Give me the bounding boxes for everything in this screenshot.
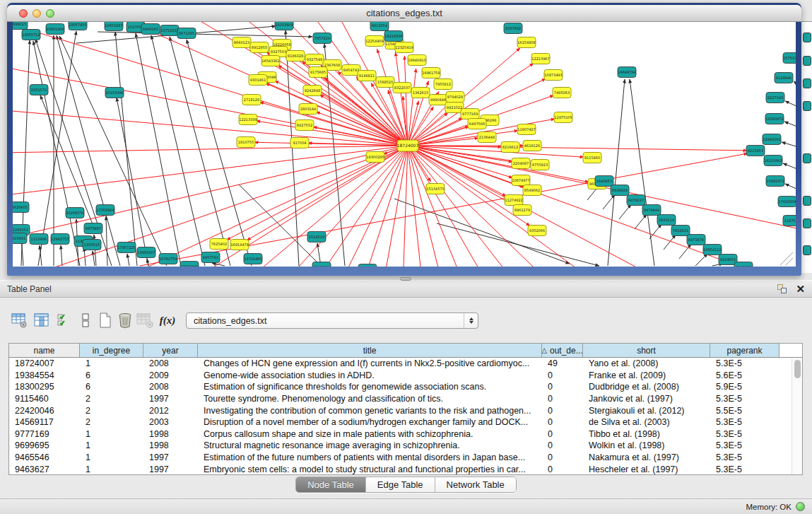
table-cell[interactable]: 5.6E-5 xyxy=(710,370,779,382)
table-cell[interactable]: 2008 xyxy=(143,358,198,370)
table-row[interactable]: 1456911722003Disruption of a novel membe… xyxy=(9,416,802,428)
citation-edge[interactable] xyxy=(38,31,76,266)
show-columns-icon[interactable] xyxy=(33,311,51,329)
table-cell[interactable]: 2 xyxy=(80,393,143,405)
table-cell[interactable]: 0 xyxy=(542,452,583,464)
column-header-out_de[interactable]: △out_de... xyxy=(542,344,583,357)
table-cell[interactable]: Disruption of a novel member of a sodium… xyxy=(198,416,542,428)
table-cell[interactable]: Hescheler et al. (1997) xyxy=(583,463,710,475)
network-canvas[interactable]: 8660123891295518226058932750316543362818… xyxy=(13,22,796,267)
citation-edge[interactable] xyxy=(649,224,661,239)
table-cell[interactable]: 1998 xyxy=(143,428,198,440)
column-header-title[interactable]: title xyxy=(198,344,542,357)
table-cell[interactable]: 5.5E-5 xyxy=(710,404,779,416)
column-header-pagerank[interactable]: pagerank xyxy=(710,344,779,357)
row-height-icon[interactable] xyxy=(76,311,95,329)
table-cell[interactable]: Stergiakouli et al. (2012) xyxy=(583,404,710,416)
citation-edge[interactable] xyxy=(785,101,796,109)
citation-edge[interactable] xyxy=(98,32,312,37)
panel-divider-handle[interactable] xyxy=(400,277,411,281)
select-columns-icon[interactable] xyxy=(55,311,73,329)
table-cell[interactable]: 1997 xyxy=(143,452,198,464)
table-row[interactable]: 1938455462009Genome-wide association stu… xyxy=(9,370,802,382)
table-row[interactable]: 1830029562008Estimation of significance … xyxy=(9,381,802,393)
table-row[interactable]: 911546021997Tourette syndrome. Phenomeno… xyxy=(9,393,802,405)
table-cell[interactable]: Wolkin et al. (1998) xyxy=(583,440,710,452)
table-row[interactable]: 946554611997Estimation of the future num… xyxy=(9,452,802,464)
create-column-icon[interactable] xyxy=(96,311,114,329)
close-window-button[interactable] xyxy=(19,9,28,18)
citation-edge[interactable] xyxy=(784,122,796,129)
table-cell[interactable]: 2009 xyxy=(143,370,198,382)
tab-network-table[interactable]: Network Table xyxy=(435,477,516,492)
table-cell[interactable]: Corpus callosum shape and size in male p… xyxy=(198,428,542,440)
table-row[interactable]: 977716911998Corpus callosum shape and si… xyxy=(9,428,802,440)
table-cell[interactable]: 9699695 xyxy=(9,440,80,452)
network-view-window[interactable]: citations_edges.txt 86601238912955182260… xyxy=(7,3,801,276)
tab-node-table[interactable]: Node Table xyxy=(296,477,366,492)
column-header-year[interactable]: year xyxy=(143,344,198,357)
zoom-window-button[interactable] xyxy=(46,9,54,18)
table-cell[interactable]: 0 xyxy=(542,381,583,393)
citation-edge[interactable] xyxy=(93,251,95,266)
citation-edge[interactable] xyxy=(619,204,631,219)
column-header-in_degree[interactable]: in_degree xyxy=(80,344,143,357)
memory-status-indicator[interactable] xyxy=(796,502,805,511)
function-builder-icon[interactable]: f(x) xyxy=(158,311,177,329)
citation-edge[interactable] xyxy=(106,216,107,266)
table-cell[interactable]: Tourette syndrome. Phenomenology and cla… xyxy=(198,393,542,405)
scrollbar-thumb[interactable] xyxy=(794,360,801,378)
table-cell[interactable]: 1997 xyxy=(143,463,198,475)
column-header-short[interactable]: short xyxy=(583,344,710,357)
table-cell[interactable]: Embryonic stem cells: a model to study s… xyxy=(198,463,542,475)
table-cell[interactable]: 5.3E-5 xyxy=(710,463,779,475)
table-cell[interactable]: 0 xyxy=(542,416,583,428)
citation-edge-red[interactable] xyxy=(13,22,408,146)
network-table-combobox[interactable]: citations_edges.txt xyxy=(186,313,478,329)
table-cell[interactable]: 1 xyxy=(80,440,143,452)
table-cell[interactable]: Yano et al. (2008) xyxy=(583,358,710,370)
table-cell[interactable]: 0 xyxy=(542,370,583,382)
table-cell[interactable]: de Silva et al. (2003) xyxy=(583,416,710,428)
table-cell[interactable]: 5.3E-5 xyxy=(710,393,779,405)
table-cell[interactable]: 2 xyxy=(80,404,143,416)
table-cell[interactable]: Structural magnetic resonance image aver… xyxy=(198,440,542,452)
delete-column-icon[interactable] xyxy=(116,311,134,329)
table-cell[interactable]: 1 xyxy=(80,452,143,464)
citation-edge[interactable] xyxy=(127,254,129,266)
table-cell[interactable]: Dudbridge et al. (2008) xyxy=(583,381,710,393)
network-node[interactable] xyxy=(358,264,377,267)
citation-edge[interactable] xyxy=(679,244,691,259)
close-panel-icon[interactable]: ✕ xyxy=(796,284,805,295)
table-cell[interactable]: Franke et al. (2009) xyxy=(583,370,710,382)
citation-edge[interactable] xyxy=(635,214,647,229)
table-cell[interactable]: 19384554 xyxy=(9,370,80,382)
table-cell[interactable]: 14569117 xyxy=(9,416,80,428)
citation-edge[interactable] xyxy=(170,37,230,266)
table-cell[interactable]: 1998 xyxy=(143,440,198,452)
table-cell[interactable]: 2012 xyxy=(143,404,198,416)
table-options-icon[interactable] xyxy=(10,311,28,329)
table-cell[interactable]: 1 xyxy=(80,358,143,370)
minimize-window-button[interactable] xyxy=(33,9,41,18)
table-cell[interactable]: 5.3E-5 xyxy=(710,440,779,452)
citation-edge[interactable] xyxy=(785,184,796,192)
table-cell[interactable]: 9463627 xyxy=(9,463,80,475)
table-cell[interactable]: 5.3E-5 xyxy=(710,452,779,464)
table-cell[interactable]: 5.3E-5 xyxy=(710,358,779,370)
table-cell[interactable]: 0 xyxy=(542,404,583,416)
table-cell[interactable]: 1 xyxy=(80,463,143,475)
citation-edge-red[interactable] xyxy=(408,146,747,151)
citation-edge-red[interactable] xyxy=(408,101,418,146)
network-graph[interactable]: 8660123891295518226058932750316543362818… xyxy=(13,22,796,267)
table-row[interactable]: 969969511998Structural magnetic resonanc… xyxy=(9,440,802,452)
column-header-name[interactable]: name xyxy=(9,344,80,357)
table-cell[interactable]: Jankovic et al. (1997) xyxy=(583,393,710,405)
citation-edge[interactable] xyxy=(437,223,599,266)
table-cell[interactable]: 5.3E-5 xyxy=(710,416,779,428)
table-cell[interactable]: Estimation of significance thresholds fo… xyxy=(198,381,542,393)
table-row[interactable]: 946362711997Embryonic stem cells: a mode… xyxy=(9,463,802,475)
citation-edge[interactable] xyxy=(783,163,796,170)
table-cell[interactable]: 1997 xyxy=(143,393,198,405)
table-cell[interactable]: 6 xyxy=(80,381,143,393)
